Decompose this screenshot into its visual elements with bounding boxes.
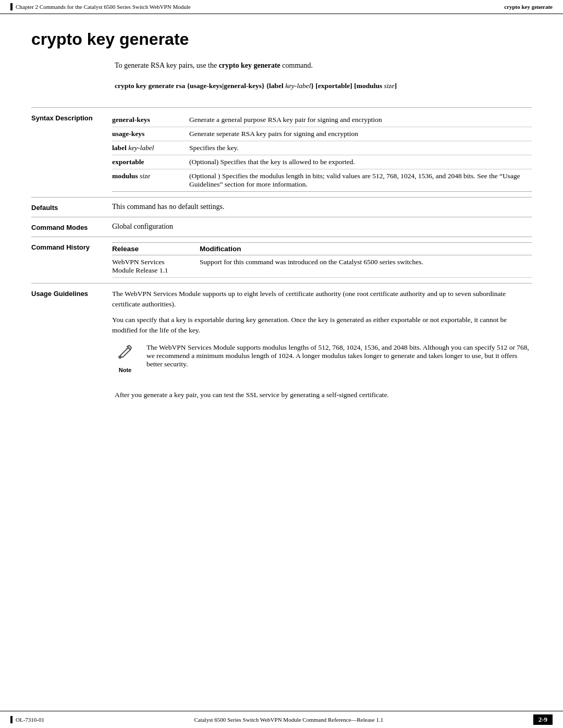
page-footer: OL-7310-01 Catalyst 6500 Series Switch W… [0,711,563,728]
note-block: Note The WebVPN Services Module supports… [112,343,532,373]
command-modes-label: Command Modes [31,223,112,231]
desc-exportable: (Optional) Specifies that the key is all… [185,155,532,169]
term-label: label key-label [112,141,185,155]
history-col-release: Release [112,242,195,255]
term-usage-keys: usage-keys [112,127,185,141]
after-note-paragraph: After you generate a key pair, you can t… [115,390,532,400]
chapter-info: Chapter 2 Commands for the Catalyst 6500… [10,3,504,10]
page-header: Chapter 2 Commands for the Catalyst 6500… [0,0,563,14]
table-row: WebVPN ServicesModule Release 1.1 Suppor… [112,255,532,277]
table-row: modulus size (Optional ) Specifies the m… [112,169,532,191]
syntax-description-label: Syntax Description [31,113,112,192]
usage-guidelines-label: Usage Guidelines [31,289,112,376]
usage-para-2: You can specify that a key is exportable… [112,315,532,336]
defaults-text: This command has no default settings. [112,203,532,212]
syntax-description-section: Syntax Description general-keys Generate… [31,107,532,197]
usage-para-1: The WebVPN Services Module supports up t… [112,289,532,310]
command-history-section: Command History Release Modification Web… [31,237,532,283]
desc-general-keys: Generate a general purpose RSA key pair … [185,113,532,127]
command-modes-text: Global configuration [112,223,532,231]
note-icon [116,343,134,365]
defaults-section: Defaults This command has no default set… [31,197,532,217]
footer-center: Catalyst 6500 Series Switch WebVPN Modul… [44,717,533,723]
history-release: WebVPN ServicesModule Release 1.1 [112,255,195,277]
command-syntax-block: crypto key generate rsa {usage-keys|gene… [115,80,532,92]
header-page-label: crypto key generate [504,4,553,10]
footer-page-number: 2-9 [533,714,553,725]
intro-text-suffix: command. [280,61,313,69]
footer-accent-bar [10,716,13,723]
note-pencil-svg [116,343,134,362]
header-accent-bar [10,3,13,10]
table-row: exportable (Optional) Specifies that the… [112,155,532,169]
syntax-table: general-keys Generate a general purpose … [112,113,532,192]
intro-paragraph: To generate RSA key pairs, use the crypt… [115,61,532,70]
term-general-keys: general-keys [112,113,185,127]
syntax-table-container: general-keys Generate a general purpose … [112,113,532,192]
defaults-label: Defaults [31,203,112,212]
defaults-value: This command has no default settings. [112,203,224,211]
usage-guidelines-section: Usage Guidelines The WebVPN Services Mod… [31,283,532,381]
desc-usage-keys: Generate seperate RSA key pairs for sign… [185,127,532,141]
footer-left: OL-7310-01 [10,716,44,723]
command-history-table-container: Release Modification WebVPN ServicesModu… [112,242,532,278]
command-modes-value: Global configuration [112,223,173,230]
command-history-label: Command History [31,242,112,278]
command-modes-section: Command Modes Global configuration [31,217,532,237]
intro-command-bold: crypto key generate [219,61,280,69]
desc-label: Specifies the key. [185,141,532,155]
syntax-command: crypto key generate rsa {usage-keys|gene… [115,82,397,90]
table-row: general-keys Generate a general purpose … [112,113,532,127]
main-content: crypto key generate To generate RSA key … [0,14,563,442]
usage-guidelines-content: The WebVPN Services Module supports up t… [112,289,532,376]
history-table: Release Modification WebVPN ServicesModu… [112,242,532,278]
intro-text-prefix: To generate RSA key pairs, use the [115,61,219,69]
table-row: usage-keys Generate seperate RSA key pai… [112,127,532,141]
table-row: label key-label Specifies the key. [112,141,532,155]
note-icon-col: Note [112,343,138,373]
history-header-row: Release Modification [112,242,532,255]
term-modulus: modulus size [112,169,185,191]
footer-doc-id: OL-7310-01 [16,717,44,723]
history-col-modification: Modification [195,242,532,255]
chapter-text: Chapter 2 Commands for the Catalyst 6500… [16,4,191,10]
desc-modulus: (Optional ) Specifies the modulus length… [185,169,532,191]
history-modification: Support for this command was introduced … [195,255,532,277]
note-label: Note [119,367,131,373]
note-text: The WebVPN Services Module supports modu… [146,343,532,368]
term-exportable: exportable [112,155,185,169]
page-title: crypto key generate [31,30,532,49]
